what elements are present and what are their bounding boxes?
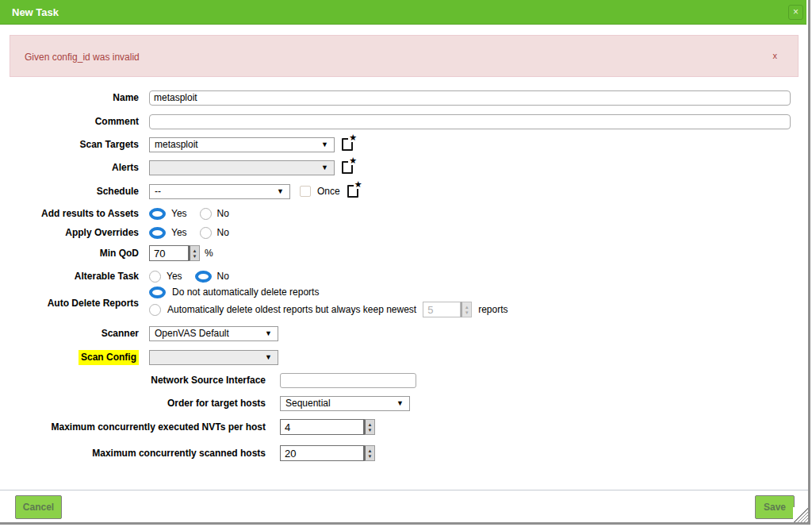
scanner-select[interactable]: OpenVAS Default ▼ (149, 326, 278, 341)
cancel-button[interactable]: Cancel (15, 495, 62, 519)
star-icon: ★ (348, 156, 357, 165)
order-hosts-select[interactable]: Sequential ▼ (280, 396, 410, 411)
scanner-row: Scanner OpenVAS Default ▼ (0, 325, 808, 342)
max-hosts-row: Maximum concurrently scanned hosts ▲ ▼ (0, 444, 808, 462)
order-hosts-row: Order for target hosts Sequential ▼ (0, 394, 808, 412)
apply-overrides-row: Apply Overrides Yes No (0, 224, 808, 241)
apply-overrides-no-label: No (217, 227, 229, 238)
dialog-title: New Task (12, 6, 59, 18)
apply-overrides-yes-radio[interactable] (149, 227, 166, 239)
alterable-yes-radio[interactable] (149, 271, 161, 283)
add-results-yes-label: Yes (171, 208, 187, 219)
min-qod-row: Min QoD ▲ ▼ % (0, 244, 808, 262)
add-results-label: Add results to Assets (0, 208, 139, 219)
comment-input[interactable] (149, 114, 791, 129)
spinner-up-icon[interactable]: ▲ (193, 248, 197, 253)
dialog-right-border (808, 0, 810, 525)
schedule-once-label: Once (317, 186, 340, 197)
scanner-label: Scanner (0, 328, 139, 339)
scan-targets-label: Scan Targets (0, 139, 139, 150)
alterable-task-label: Alterable Task (0, 271, 139, 282)
max-nvts-spinner[interactable]: ▲ ▼ (364, 419, 375, 435)
scan-config-label: Scan Config (79, 350, 139, 365)
min-qod-input[interactable] (149, 245, 189, 261)
min-qod-label: Min QoD (0, 248, 139, 259)
chevron-down-icon: ▼ (321, 140, 328, 148)
dialog-titlebar: New Task × (0, 0, 806, 25)
auto-delete-oldest-radio[interactable] (149, 304, 161, 316)
alterable-task-row: Alterable Task Yes No (0, 267, 808, 285)
scan-targets-value: metasploit (155, 139, 198, 150)
scan-targets-row: Scan Targets metasploit ▼ ★ (0, 136, 808, 153)
star-icon: ★ (348, 133, 357, 142)
max-hosts-label: Maximum concurrently scanned hosts (0, 448, 266, 459)
keep-newest-input[interactable] (423, 302, 461, 317)
new-schedule-icon[interactable]: ★ (347, 185, 358, 198)
comment-label: Comment (0, 116, 139, 127)
scan-config-select[interactable]: ▼ (149, 350, 278, 365)
alerts-label: Alerts (0, 162, 139, 173)
apply-overrides-yes-label: Yes (171, 227, 187, 238)
dialog-bottom-border (0, 522, 810, 525)
add-results-yes-radio[interactable] (149, 208, 166, 220)
alerts-select[interactable]: ▼ (149, 160, 335, 175)
max-hosts-input[interactable] (280, 445, 364, 461)
auto-delete-keep-label: Do not automatically delete reports (172, 287, 319, 298)
max-hosts-spinner[interactable]: ▲ ▼ (364, 445, 375, 461)
chevron-down-icon: ▼ (321, 163, 328, 171)
scan-targets-select[interactable]: metasploit ▼ (149, 137, 335, 152)
reports-suffix-label: reports (478, 304, 508, 315)
comment-row: Comment (0, 113, 808, 130)
error-banner: Given config_id was invalid x (10, 35, 799, 77)
spinner-up-icon[interactable]: ▲ (368, 448, 373, 453)
spinner-down-icon[interactable]: ▼ (368, 428, 373, 433)
auto-delete-keep-radio[interactable] (149, 287, 166, 298)
order-hosts-label: Order for target hosts (0, 398, 266, 409)
min-qod-unit: % (205, 248, 213, 259)
chevron-down-icon: ▼ (396, 399, 404, 407)
save-button[interactable]: Save (755, 495, 795, 519)
alterable-yes-label: Yes (167, 271, 182, 282)
spinner-up-icon[interactable]: ▲ (465, 305, 469, 310)
schedule-value: -- (155, 186, 161, 197)
network-source-input[interactable] (280, 373, 416, 388)
add-results-row: Add results to Assets Yes No (0, 205, 808, 222)
add-results-no-radio[interactable] (200, 208, 212, 220)
max-nvts-input[interactable] (280, 419, 364, 435)
max-nvts-row: Maximum concurrently executed NVTs per h… (0, 418, 808, 436)
alterable-no-label: No (217, 271, 229, 282)
star-icon: ★ (354, 180, 362, 189)
max-nvts-label: Maximum concurrently executed NVTs per h… (0, 421, 266, 433)
error-message: Given config_id was invalid (25, 52, 140, 63)
spinner-down-icon[interactable]: ▼ (193, 254, 197, 259)
name-row: Name (0, 89, 808, 106)
chevron-down-icon: ▼ (265, 329, 272, 337)
min-qod-spinner[interactable]: ▲ ▼ (189, 245, 200, 261)
schedule-label: Schedule (0, 186, 139, 197)
order-hosts-value: Sequential (285, 398, 331, 409)
alerts-row: Alerts ▼ ★ (0, 159, 808, 176)
auto-delete-delete-row: Automatically delete oldest reports but … (0, 301, 808, 318)
keep-newest-spinner[interactable]: ▲ ▼ (461, 302, 472, 317)
network-source-label: Network Source Interface (0, 375, 266, 386)
alterable-no-radio[interactable] (195, 271, 212, 283)
new-target-icon[interactable]: ★ (342, 138, 353, 151)
scan-config-row: Scan Config ▼ (0, 348, 808, 366)
auto-delete-oldest-label: Automatically delete oldest reports but … (167, 304, 416, 315)
schedule-once-checkbox[interactable] (300, 186, 311, 197)
scanner-value: OpenVAS Default (155, 328, 229, 339)
dialog-close-icon[interactable]: × (788, 5, 803, 20)
error-close-icon[interactable]: x (773, 51, 778, 60)
name-input[interactable] (149, 90, 791, 106)
spinner-up-icon[interactable]: ▲ (368, 422, 373, 427)
apply-overrides-label: Apply Overrides (0, 227, 139, 238)
spinner-down-icon[interactable]: ▼ (465, 310, 469, 315)
new-alert-icon[interactable]: ★ (342, 161, 353, 174)
spinner-down-icon[interactable]: ▼ (368, 454, 373, 459)
new-task-dialog: New Task × Given config_id was invalid x… (0, 0, 812, 527)
chevron-down-icon: ▼ (265, 353, 272, 361)
schedule-select[interactable]: -- ▼ (149, 184, 290, 199)
apply-overrides-no-radio[interactable] (200, 227, 212, 239)
footer-divider (0, 490, 808, 490)
resize-handle-icon[interactable] (793, 507, 808, 522)
